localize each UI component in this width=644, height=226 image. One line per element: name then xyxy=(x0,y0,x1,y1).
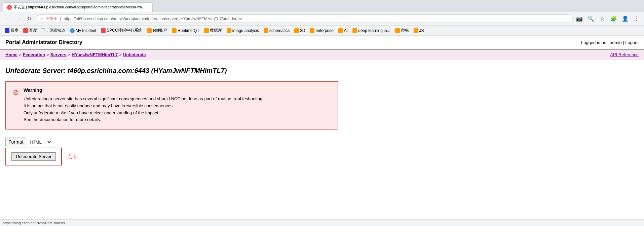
format-row: Format HTML JSON PJSON xyxy=(5,138,639,146)
action-form-box: Unfederate Server xyxy=(5,148,62,165)
extension-button[interactable]: 🧩 xyxy=(609,14,618,24)
bookmark-label-crawler: 爬虫 xyxy=(401,28,409,33)
url-divider: | xyxy=(60,16,61,21)
breadcrumb-sep-2: > xyxy=(46,52,49,57)
bookmark-favicon-esri xyxy=(147,28,152,33)
form-section: Format HTML JSON PJSON Unfederate Server… xyxy=(5,138,639,165)
warning-line3: Only unfederate a site if you have a cle… xyxy=(24,110,159,115)
breadcrumb-sep-4: > xyxy=(119,52,122,57)
bookmark-favicon-db xyxy=(204,28,209,33)
bookmark-incident[interactable]: My Incident xyxy=(68,28,98,34)
url-bar[interactable]: ⚠ 不安全 | https://t460p.esrichina.com/arcg… xyxy=(36,14,573,23)
bookmarks-bar: 百度 百度一下，你就知道 My Incident SPCC呼叫中心系统 esri… xyxy=(0,26,644,36)
breadcrumb-unfederate[interactable]: Unfederate xyxy=(123,52,146,57)
bookmark-label-schematics: schematics xyxy=(269,28,290,33)
bookmark-label-js: JS xyxy=(419,28,424,33)
insecure-label: 不安全 xyxy=(46,16,57,21)
bookmark-label-incident: My Incident xyxy=(76,28,96,33)
warning-line1: Unfederating a server site has several s… xyxy=(24,96,264,101)
bookmark-favicon-image xyxy=(227,28,231,33)
bookmark-label-spcc: SPCC呼叫中心系统 xyxy=(107,28,142,33)
breadcrumb-server-id[interactable]: HYamJwNFTMHimTL7 xyxy=(72,52,118,57)
bookmark-label-baidu2: 百度一下，你就知道 xyxy=(29,28,65,33)
back-button[interactable]: ← xyxy=(3,14,12,24)
browser-chrome: ⚠ 不安全 | https://t460p.esrichina.com/arcg… xyxy=(0,0,644,36)
url-text: https://t460p.esrichina.com/arcgis/porta… xyxy=(64,16,568,21)
tab-bar: ⚠ 不安全 | https://t460p.esrichina.com/arcg… xyxy=(0,0,644,12)
bookmark-favicon-runtime xyxy=(172,28,177,33)
bookmark-favicon-ai xyxy=(338,28,343,33)
bookmark-favicon-3d xyxy=(294,28,299,33)
bookmark-star-button[interactable]: ☆ xyxy=(598,14,607,24)
warning-box: ⊘ Warning Unfederating a server site has… xyxy=(5,81,338,129)
bookmark-esri[interactable]: esri账户 xyxy=(145,27,169,34)
bookmark-label-image: image analysis xyxy=(232,28,259,33)
profile-button[interactable]: 👤 xyxy=(620,14,630,24)
breadcrumb-servers[interactable]: Servers xyxy=(50,52,67,57)
bookmark-favicon-spcc xyxy=(101,28,106,33)
warning-content: Warning Unfederating a server site has s… xyxy=(24,87,264,123)
bookmark-favicon-baidu xyxy=(5,28,9,33)
warning-text: Unfederating a server site has several s… xyxy=(24,96,264,123)
bookmark-enterprise[interactable]: enterprise xyxy=(308,28,335,34)
menu-button[interactable]: ⋮ xyxy=(632,14,641,24)
nav-buttons: ← → ↻ xyxy=(3,14,34,24)
bookmark-image[interactable]: image analysis xyxy=(225,28,261,34)
screen-capture-button[interactable]: 📷 xyxy=(575,14,584,24)
bookmark-js[interactable]: JS xyxy=(412,28,426,34)
bookmark-spcc[interactable]: SPCC呼叫中心系统 xyxy=(99,27,144,34)
main-content: Unfederate Server: t460p.esrichina.com:6… xyxy=(0,60,644,172)
click-hint: 点击 xyxy=(67,154,77,160)
bookmark-deeplearn[interactable]: deep learning in... xyxy=(350,28,392,34)
stop-icon: ⊘ xyxy=(13,88,19,97)
bookmark-label-ai: AI xyxy=(344,28,348,33)
bookmark-favicon-schematics xyxy=(264,28,268,33)
bookmark-favicon-js xyxy=(414,28,418,33)
warning-line4: See the documentation for more details. xyxy=(24,117,101,122)
breadcrumb-home[interactable]: Home xyxy=(5,52,17,57)
logout-link[interactable]: Logout xyxy=(625,40,639,45)
zoom-button[interactable]: 🔍 xyxy=(586,14,596,24)
bookmark-ai[interactable]: AI xyxy=(336,28,350,34)
page-title: Unfederate Server: t460p.esrichina.com:6… xyxy=(5,67,639,75)
bookmark-favicon-deeplearn xyxy=(352,28,357,33)
breadcrumb-federation[interactable]: Federation xyxy=(23,52,45,57)
api-reference-link[interactable]: API Reference xyxy=(610,52,639,57)
portal-auth-section: Logged in as : admin | Logout xyxy=(581,40,639,45)
warning-title: Warning xyxy=(24,87,264,93)
breadcrumb-sep-1: > xyxy=(19,52,22,57)
breadcrumb-sep-3: > xyxy=(68,52,71,57)
warning-line2: It is an act that is not easily undone a… xyxy=(24,103,174,108)
bookmark-baidu[interactable]: 百度 xyxy=(3,27,21,34)
bookmark-favicon-baidu2 xyxy=(23,28,28,33)
bookmark-3d[interactable]: 3D xyxy=(292,28,307,34)
format-label: Format xyxy=(5,138,26,146)
bookmark-label-runtime: Runtime QT xyxy=(178,28,199,33)
browser-icons: 📷 🔍 ☆ 🧩 👤 ⋮ xyxy=(575,14,641,24)
breadcrumb-bar: Home > Federation > Servers > HYamJwNFTM… xyxy=(0,49,644,60)
bookmark-db[interactable]: 数据库 xyxy=(202,27,224,34)
bookmark-schematics[interactable]: schematics xyxy=(262,28,292,34)
tab-title: 不安全 | https://t460p.esrichina.com/arcgis… xyxy=(14,5,148,10)
tab-favicon: ⚠ xyxy=(7,5,12,10)
portal-title: Portal Administrator Directory xyxy=(5,39,82,45)
breadcrumb: Home > Federation > Servers > HYamJwNFTM… xyxy=(5,52,146,57)
bookmark-crawler[interactable]: 爬虫 xyxy=(393,27,411,34)
bookmark-label-deeplearn: deep learning in... xyxy=(358,28,390,33)
unfederate-server-button[interactable]: Unfederate Server xyxy=(11,152,56,161)
format-select[interactable]: HTML JSON PJSON xyxy=(26,138,52,146)
bookmark-label-esri: esri账户 xyxy=(153,28,167,33)
bookmark-runtime[interactable]: Runtime QT xyxy=(170,28,201,34)
portal-header: Portal Administrator Directory Logged in… xyxy=(0,36,644,49)
active-tab[interactable]: ⚠ 不安全 | https://t460p.esrichina.com/arcg… xyxy=(3,2,153,12)
bookmark-label-enterprise: enterprise xyxy=(315,28,333,33)
page-content: Portal Administrator Directory Logged in… xyxy=(0,36,644,172)
bookmark-label-3d: 3D xyxy=(300,28,305,33)
reload-button[interactable]: ↻ xyxy=(24,14,34,24)
bookmark-label-baidu: 百度 xyxy=(10,28,18,33)
bookmark-baidu2[interactable]: 百度一下，你就知道 xyxy=(21,27,67,34)
bookmark-favicon-enterprise xyxy=(310,28,314,33)
security-warning-icon: ⚠ xyxy=(40,16,44,21)
address-bar: ← → ↻ ⚠ 不安全 | https://t460p.esrichina.co… xyxy=(0,12,644,26)
forward-button[interactable]: → xyxy=(13,14,23,24)
